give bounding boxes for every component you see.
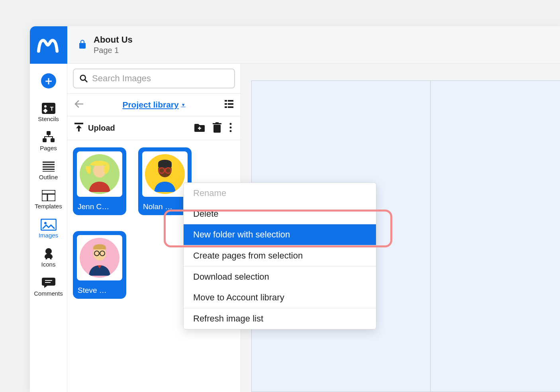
context-menu: Rename Delete New folder with selection … xyxy=(183,182,376,329)
upload-row: Upload xyxy=(67,116,241,140)
app-logo[interactable] xyxy=(30,26,67,64)
new-folder-icon[interactable] xyxy=(193,122,206,135)
menu-move-to-account-library[interactable]: Move to Account library xyxy=(184,287,376,308)
document-title[interactable]: About Us xyxy=(94,35,133,45)
trash-icon[interactable] xyxy=(211,121,223,136)
plus-icon: ＋ xyxy=(41,73,56,88)
svg-rect-5 xyxy=(43,138,47,142)
templates-icon xyxy=(42,188,55,203)
menu-delete[interactable]: Delete xyxy=(184,204,376,224)
image-thumbnail xyxy=(142,151,188,197)
rail-label: Templates xyxy=(35,203,62,210)
rail-stencils[interactable]: T Stencils xyxy=(30,97,67,125)
rail-label: Comments xyxy=(34,290,63,297)
svg-point-16 xyxy=(44,222,47,224)
menu-refresh-image-list[interactable]: Refresh image list xyxy=(184,308,376,329)
image-card[interactable]: Steve … xyxy=(73,231,126,299)
back-arrow-icon[interactable] xyxy=(74,100,83,110)
svg-point-31 xyxy=(230,123,232,125)
rail-label: Images xyxy=(39,232,58,239)
svg-rect-24 xyxy=(228,103,233,105)
rail-label: Outline xyxy=(39,174,58,180)
svg-line-20 xyxy=(85,80,87,82)
svg-rect-28 xyxy=(213,125,221,133)
rail-templates[interactable]: Templates xyxy=(30,184,67,213)
image-thumbnail xyxy=(77,151,122,197)
images-icon xyxy=(41,218,57,232)
image-thumbnail xyxy=(77,235,122,280)
logo-m-icon xyxy=(37,35,60,55)
svg-rect-26 xyxy=(228,106,233,108)
svg-point-19 xyxy=(80,75,86,80)
svg-rect-21 xyxy=(225,100,227,102)
menu-create-pages-from-selection[interactable]: Create pages from selection xyxy=(184,245,376,266)
upload-button[interactable]: Upload xyxy=(88,123,115,133)
list-view-icon[interactable] xyxy=(225,100,233,110)
avatar-icon xyxy=(80,154,119,194)
menu-new-folder-with-selection[interactable]: New folder with selection xyxy=(184,224,376,245)
svg-point-33 xyxy=(230,130,232,132)
svg-rect-12 xyxy=(42,190,55,201)
image-card[interactable]: Jenn C… xyxy=(73,147,126,215)
stencils-icon: T xyxy=(42,101,55,116)
rail-label: Icons xyxy=(41,261,56,268)
icons-icon xyxy=(42,247,55,261)
search-icon xyxy=(79,74,88,83)
rail-images[interactable]: Images xyxy=(30,214,67,242)
avatar-icon xyxy=(145,154,185,194)
svg-point-1 xyxy=(44,105,47,108)
pages-icon xyxy=(42,130,55,145)
menu-download-selection[interactable]: Download selection xyxy=(184,267,376,287)
lock-icon xyxy=(78,39,86,51)
rail-outline[interactable]: Outline xyxy=(30,155,67,184)
svg-point-32 xyxy=(230,126,232,128)
svg-rect-22 xyxy=(228,100,233,102)
top-bar: About Us Page 1 xyxy=(30,26,560,64)
upload-icon[interactable] xyxy=(74,123,83,134)
search-box[interactable] xyxy=(73,69,235,88)
image-name: Steve … xyxy=(77,286,122,295)
image-name: Jenn C… xyxy=(77,202,122,211)
more-icon[interactable] xyxy=(228,121,233,135)
comments-icon xyxy=(42,276,55,290)
svg-rect-6 xyxy=(51,138,55,142)
svg-rect-25 xyxy=(225,106,227,108)
caret-down-icon: ▼ xyxy=(181,102,186,107)
avatar-icon xyxy=(80,238,119,278)
title-area: About Us Page 1 xyxy=(67,26,133,63)
rail-pages[interactable]: Pages xyxy=(30,126,67,155)
rail-label: Stencils xyxy=(38,116,59,122)
outline-icon xyxy=(43,159,55,174)
svg-rect-23 xyxy=(225,103,227,105)
menu-rename: Rename xyxy=(184,183,376,204)
search-input[interactable] xyxy=(92,73,229,84)
svg-rect-30 xyxy=(215,122,219,123)
page-label[interactable]: Page 1 xyxy=(94,46,133,55)
svg-rect-4 xyxy=(47,131,51,135)
svg-text:T: T xyxy=(50,106,53,112)
rail-label: Pages xyxy=(40,145,57,151)
add-button[interactable]: ＋ xyxy=(30,69,67,96)
library-dropdown[interactable]: Project library ▼ xyxy=(122,100,185,110)
canvas-page[interactable] xyxy=(430,80,560,392)
panel-nav: Project library ▼ xyxy=(67,93,241,116)
rail-icons[interactable]: Icons xyxy=(30,243,67,271)
image-name: Nolan … xyxy=(142,202,188,211)
rail-comments[interactable]: Comments xyxy=(30,272,67,300)
svg-rect-27 xyxy=(74,123,83,124)
left-rail: ＋ T Stencils Pages Outline xyxy=(30,64,67,392)
